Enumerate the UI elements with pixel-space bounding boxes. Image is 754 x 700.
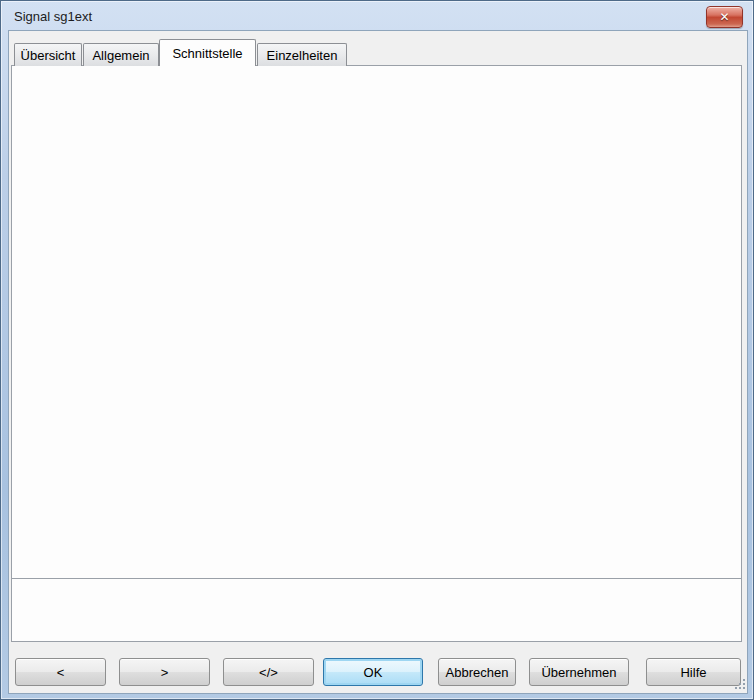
tab-label: Einzelheiten (267, 48, 338, 63)
ok-button[interactable]: OK (323, 658, 423, 686)
title-bar[interactable]: Signal sg1ext ✕ (1, 1, 754, 31)
apply-button-label: Übernehmen (541, 665, 616, 680)
close-icon: ✕ (719, 11, 729, 23)
dialog-window: Signal sg1ext ✕ Übersicht Allgemein Schn… (0, 0, 754, 700)
code-button[interactable]: </> (223, 658, 314, 686)
forward-button-label: > (161, 665, 169, 680)
tab-label: Allgemein (92, 48, 149, 63)
tab-label: Schnittstelle (172, 46, 242, 61)
help-button[interactable]: Hilfe (646, 658, 741, 686)
code-button-label: </> (259, 665, 278, 680)
resize-grip-icon[interactable] (735, 679, 747, 691)
tab-uebersicht[interactable]: Übersicht (14, 43, 82, 66)
forward-button[interactable]: > (119, 658, 210, 686)
cancel-button-label: Abbrechen (446, 665, 509, 680)
window-title: Signal sg1ext (14, 8, 92, 25)
back-button-label: < (57, 665, 65, 680)
tab-einzelheiten[interactable]: Einzelheiten (257, 43, 347, 66)
bottom-options-panel (11, 578, 742, 642)
tab-label: Übersicht (21, 48, 76, 63)
apply-button[interactable]: Übernehmen (529, 658, 629, 686)
tab-page-schnittstelle (11, 65, 742, 579)
tab-allgemein[interactable]: Allgemein (83, 43, 159, 66)
help-button-label: Hilfe (680, 665, 706, 680)
ok-button-label: OK (364, 665, 383, 680)
tab-schnittstelle[interactable]: Schnittstelle (159, 39, 256, 66)
close-button[interactable]: ✕ (706, 6, 743, 28)
back-button[interactable]: < (15, 658, 106, 686)
cancel-button[interactable]: Abbrechen (438, 658, 516, 686)
